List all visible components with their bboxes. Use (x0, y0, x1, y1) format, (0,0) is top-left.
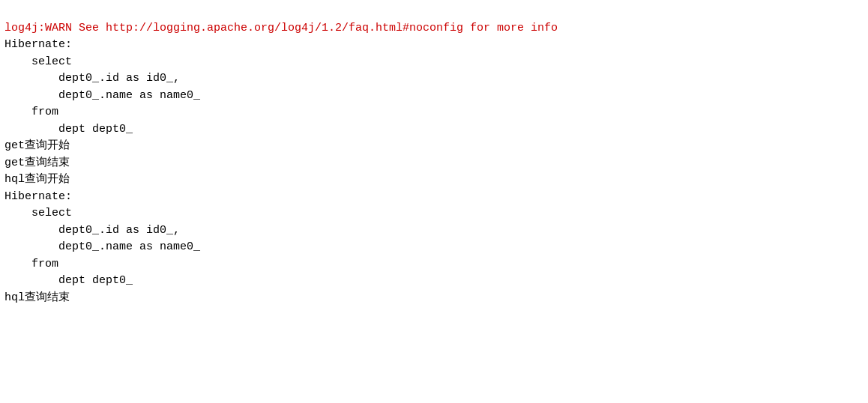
console-line-line-7: dept dept0_ (4, 121, 864, 139)
console-line-line-2: Hibernate: (4, 37, 864, 54)
console-line-line-13: dept0_.id as id0_, (4, 222, 864, 240)
console-line-line-16: dept dept0_ (4, 273, 864, 290)
console-output: log4j:WARN See http://logging.apache.org… (0, 0, 868, 403)
console-line-line-4: dept0_.id as id0_, (4, 70, 864, 88)
console-line-line-1: log4j:WARN See http://logging.apache.org… (4, 20, 864, 37)
console-line-line-11: Hibernate: (4, 189, 864, 206)
console-line-line-6: from (4, 104, 864, 121)
console-line-line-3: select (4, 54, 864, 71)
console-line-line-17: hql查询结束 (4, 290, 864, 307)
console-line-line-9: get查询结束 (4, 155, 864, 172)
console-line-line-10: hql查询开始 (4, 172, 864, 189)
console-line-line-8: get查询开始 (4, 138, 864, 155)
console-line-line-14: dept0_.name as name0_ (4, 239, 864, 256)
console-line-line-5: dept0_.name as name0_ (4, 88, 864, 105)
console-line-line-12: select (4, 205, 864, 222)
console-line-line-15: from (4, 256, 864, 273)
